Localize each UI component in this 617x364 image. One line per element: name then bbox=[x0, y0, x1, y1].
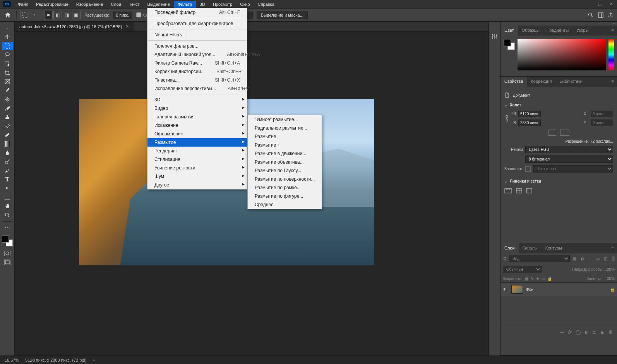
visibility-eye-icon[interactable]: 👁 bbox=[503, 287, 508, 292]
lock-brush-icon[interactable]: ✎ bbox=[531, 277, 534, 281]
width-input[interactable] bbox=[518, 111, 541, 117]
lock-all-icon[interactable]: 🔒 bbox=[547, 277, 552, 281]
fill-select[interactable]: Цвет фона bbox=[533, 165, 613, 173]
group-icon[interactable]: 🗀 bbox=[592, 330, 597, 335]
select-subtract-button[interactable]: ◨ bbox=[63, 11, 71, 19]
search-icon[interactable] bbox=[588, 12, 594, 18]
filter-smart-icon[interactable]: ◫ bbox=[602, 256, 608, 262]
tool-healing[interactable] bbox=[2, 95, 13, 104]
bit-depth-select[interactable]: 8 бит/канал bbox=[525, 156, 613, 163]
filter-shape-icon[interactable]: ▭ bbox=[595, 256, 601, 262]
panel-menu-icon[interactable]: ≡ bbox=[608, 26, 617, 36]
tool-path-select[interactable] bbox=[2, 184, 13, 193]
blur-menu-item[interactable]: Размытие + bbox=[248, 141, 322, 149]
height-input[interactable] bbox=[518, 120, 541, 126]
filter-type-icon[interactable]: T bbox=[587, 256, 593, 262]
tab-properties[interactable]: Свойства bbox=[500, 77, 527, 87]
tool-crop[interactable] bbox=[2, 68, 13, 77]
tool-hand[interactable] bbox=[2, 202, 13, 210]
tool-pen[interactable] bbox=[2, 166, 13, 175]
workspace-icon[interactable] bbox=[598, 12, 604, 18]
filter-menu-item[interactable]: Пластика...Shift+Ctrl+X bbox=[147, 76, 247, 84]
marquee-tool-icon[interactable] bbox=[21, 11, 29, 19]
tab-adjustments[interactable]: Коррекция bbox=[527, 77, 555, 87]
menu-image[interactable]: Изображение bbox=[72, 1, 107, 8]
select-new-button[interactable]: ■ bbox=[44, 11, 53, 19]
layer-thumbnail[interactable] bbox=[511, 285, 523, 294]
tool-rectangle[interactable] bbox=[2, 193, 13, 202]
panel-menu-icon[interactable]: ≡ bbox=[608, 77, 617, 87]
filter-menu-item[interactable]: Рендеринг▶ bbox=[147, 147, 247, 155]
blur-menu-item[interactable]: Размытие по фигуре... bbox=[248, 192, 322, 200]
menu-layers[interactable]: Слои bbox=[107, 1, 125, 8]
minimize-button[interactable]: — bbox=[582, 0, 594, 8]
menu-file[interactable]: Файл bbox=[14, 1, 32, 8]
link-layers-icon[interactable]: ⊶ bbox=[560, 330, 564, 335]
blur-menu-item[interactable]: Размытие в движении... bbox=[248, 149, 322, 158]
home-button[interactable] bbox=[3, 10, 12, 20]
lock-pixels-icon[interactable]: ▦ bbox=[525, 277, 528, 281]
tool-blur[interactable] bbox=[2, 149, 13, 157]
tab-libraries[interactable]: Библиотеки bbox=[555, 77, 586, 87]
color-swatch-pair[interactable] bbox=[504, 39, 515, 50]
tool-marquee[interactable] bbox=[2, 42, 13, 50]
foreground-color[interactable] bbox=[2, 236, 9, 243]
menu-help[interactable]: Справка bbox=[254, 1, 278, 8]
landscape-icon[interactable] bbox=[560, 130, 569, 136]
zoom-display[interactable]: 16,67% bbox=[5, 358, 19, 362]
tool-history-brush[interactable] bbox=[2, 122, 13, 130]
lock-icon[interactable]: 🔒 bbox=[610, 287, 615, 292]
link-icon[interactable] bbox=[504, 114, 509, 123]
status-caret-icon[interactable]: ▸ bbox=[93, 357, 95, 362]
tab-color[interactable]: Цвет bbox=[500, 26, 518, 36]
tool-dodge[interactable] bbox=[2, 157, 13, 166]
panel-menu-icon[interactable]: ≡ bbox=[608, 243, 617, 253]
menu-3d[interactable]: 3D bbox=[196, 1, 209, 8]
menu-edit[interactable]: Редактирование bbox=[32, 1, 72, 8]
filter-adjust-icon[interactable]: ◐ bbox=[579, 256, 585, 262]
tool-edit-toolbar[interactable]: ⋯ bbox=[2, 224, 13, 232]
filter-menu-item[interactable]: Видео▶ bbox=[147, 104, 247, 113]
tool-frame[interactable] bbox=[2, 77, 13, 86]
canvas-section-header[interactable]: ⌄Холст bbox=[504, 101, 613, 109]
feather-input[interactable] bbox=[113, 12, 132, 19]
tab-layers[interactable]: Слои bbox=[500, 243, 519, 253]
maximize-button[interactable]: ▢ bbox=[594, 0, 605, 8]
layer-filter-kind[interactable]: Вид bbox=[509, 255, 570, 262]
filter-toggle[interactable] bbox=[612, 256, 615, 261]
fg-swatch[interactable] bbox=[504, 39, 511, 46]
tool-type[interactable]: T bbox=[2, 175, 13, 184]
filter-menu-item[interactable]: Стилизация▶ bbox=[147, 155, 247, 164]
tool-quick-select[interactable] bbox=[2, 60, 13, 68]
lock-position-icon[interactable]: ✥ bbox=[536, 277, 539, 281]
mask-icon[interactable]: ◯ bbox=[576, 330, 581, 335]
tool-eyedropper[interactable] bbox=[2, 86, 13, 95]
tool-zoom[interactable] bbox=[2, 211, 13, 219]
filter-menu-item[interactable]: Другое▶ bbox=[147, 181, 247, 189]
expand-arrows-icon[interactable]: « bbox=[494, 26, 495, 29]
tool-gradient[interactable] bbox=[2, 140, 13, 148]
menu-window[interactable]: Окно bbox=[236, 1, 254, 8]
filter-menu-item[interactable]: Оформление▶ bbox=[147, 130, 247, 138]
filter-pixel-icon[interactable]: ▦ bbox=[571, 256, 578, 262]
filter-menu-item[interactable]: Neural Filters... bbox=[147, 31, 247, 39]
portrait-icon[interactable] bbox=[548, 130, 556, 136]
opacity-value[interactable]: 100% bbox=[605, 267, 615, 272]
tool-eraser[interactable] bbox=[2, 131, 13, 139]
filter-menu-item[interactable]: Исправление перспективы...Alt+Ctrl+V bbox=[147, 84, 247, 93]
color-mode-select[interactable]: Цвета RGB bbox=[525, 146, 613, 153]
tab-gradients[interactable]: Градиенты bbox=[543, 26, 572, 36]
document-tab[interactable]: autumn-lake-5k-aw-5120x2880.jpg @ 16,7% … bbox=[15, 22, 134, 31]
layer-fill-value[interactable]: 100% bbox=[605, 277, 615, 281]
rulers-section-header[interactable]: ⌄Линейки и сетки bbox=[504, 177, 613, 186]
ruler-icon[interactable] bbox=[504, 188, 512, 193]
close-tab-icon[interactable]: ✕ bbox=[125, 24, 129, 29]
menu-select[interactable]: Выделение bbox=[144, 1, 174, 8]
filter-menu-item[interactable]: Преобразовать для смарт-фильтров bbox=[147, 19, 247, 28]
filter-menu-item[interactable]: Размытие▶ bbox=[147, 138, 247, 147]
filter-menu-item[interactable]: 3D▶ bbox=[147, 96, 247, 104]
blur-menu-item[interactable]: Размытие bbox=[248, 132, 322, 141]
close-button[interactable]: ✕ bbox=[605, 0, 617, 8]
tab-swatches[interactable]: Образцы bbox=[518, 26, 543, 36]
filter-menu-item[interactable]: Усиление резкости▶ bbox=[147, 164, 247, 172]
